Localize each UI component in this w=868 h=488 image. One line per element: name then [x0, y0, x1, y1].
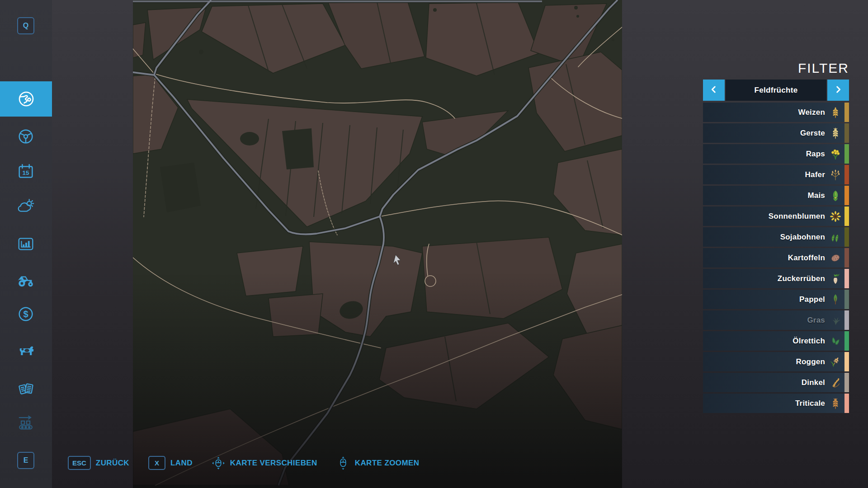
cow-icon: [16, 342, 36, 361]
filter-row-pappel[interactable]: Pappel: [703, 290, 849, 309]
action-land[interactable]: XLAND: [148, 456, 193, 470]
filter-row-triticale[interactable]: Triticale: [703, 394, 849, 413]
sidebar-item-map[interactable]: [0, 81, 52, 117]
filter-row-dinkel[interactable]: Dinkel: [703, 373, 849, 392]
filter-row-body: Raps: [703, 144, 844, 164]
sidebar-item-finances[interactable]: $: [12, 300, 39, 328]
filter-row-gras[interactable]: Gras: [703, 310, 849, 330]
sidebar-item-production[interactable]: [12, 410, 39, 437]
filter-row-mais[interactable]: Mais: [703, 186, 849, 205]
sidebar-item-weather[interactable]: [12, 193, 39, 221]
action-label: ZURÜCK: [96, 459, 129, 468]
sugar-beet-icon: [829, 272, 842, 285]
esc-key-hint: ESC: [68, 456, 91, 470]
soybean-icon: [829, 231, 842, 244]
sidebar: Q 15$ E: [0, 0, 52, 488]
poplar-icon: [829, 293, 842, 306]
crop-label: Roggen: [796, 357, 825, 366]
crop-color-strip: [844, 123, 849, 143]
crop-label: Hafer: [805, 170, 825, 179]
filter-row-zuckerrueben[interactable]: Zuckerrüben: [703, 269, 849, 288]
crop-color-strip: [844, 186, 849, 205]
mouse-pan-icon: [212, 456, 225, 470]
dollar-icon: $: [16, 305, 35, 324]
wheat-icon: [829, 106, 842, 119]
filter-row-body: Zuckerrüben: [703, 269, 844, 288]
x-key-hint: X: [148, 456, 165, 470]
filter-row-kartoffeln[interactable]: Kartoffeln: [703, 248, 849, 267]
filter-prev-button[interactable]: [703, 80, 725, 101]
crop-color-strip: [844, 290, 849, 309]
crop-label: Weizen: [798, 108, 825, 117]
filter-row-weizen[interactable]: Weizen: [703, 103, 849, 122]
crop-color-strip: [844, 352, 849, 371]
sidebar-item-garage[interactable]: [12, 267, 39, 294]
crop-label: Raps: [806, 150, 825, 159]
filter-row-body: Weizen: [703, 103, 844, 122]
rye-icon: [829, 356, 842, 368]
crop-color-strip: [844, 165, 849, 184]
filter-row-body: Mais: [703, 186, 844, 205]
globe-icon: [16, 89, 36, 109]
filter-category-label: Feldfrüchte: [755, 86, 798, 95]
bottom-action-bar: ESCZURÜCKXLANDKARTE VERSCHIEBENKARTE ZOO…: [68, 456, 419, 470]
action-label: LAND: [170, 459, 193, 468]
oilseed-radish-icon: [829, 335, 842, 347]
filter-category-selector: Feldfrüchte: [703, 80, 849, 101]
oat-icon: [829, 169, 842, 181]
chevron-left-icon: [709, 84, 719, 96]
filter-row-body: Dinkel: [703, 373, 844, 392]
filter-row-body: Roggen: [703, 352, 844, 371]
grass-icon: [829, 314, 842, 327]
crop-color-strip: [844, 310, 849, 330]
spelt-icon: [829, 376, 842, 389]
sidebar-item-calendar[interactable]: 15: [12, 158, 39, 185]
crop-label: Mais: [807, 191, 825, 200]
action-label: KARTE VERSCHIEBEN: [230, 459, 317, 468]
crop-color-strip: [844, 248, 849, 267]
filter-row-body: Gerste: [703, 123, 844, 143]
sidebar-item-contracts[interactable]: [12, 376, 39, 403]
world-map[interactable]: [133, 0, 622, 488]
filter-row-raps[interactable]: Raps: [703, 144, 849, 164]
crop-color-strip: [844, 331, 849, 351]
filter-row-hafer[interactable]: Hafer: [703, 165, 849, 184]
filter-row-sonnenblumen[interactable]: Sonnenblumen: [703, 206, 849, 226]
svg-text:$: $: [23, 309, 28, 319]
filter-row-body: Pappel: [703, 290, 844, 309]
filter-row-oelrettich[interactable]: Ölrettich: [703, 331, 849, 351]
filter-row-sojabohnen[interactable]: Sojabohnen: [703, 227, 849, 247]
steering-wheel-icon: [16, 127, 35, 146]
filter-row-body: Gras: [703, 310, 844, 330]
sidebar-item-vehicles[interactable]: [12, 123, 39, 150]
crop-label: Sojabohnen: [780, 233, 825, 242]
sidebar-item-animals[interactable]: [12, 338, 39, 365]
crop-label: Gras: [807, 316, 825, 325]
filter-category-bar: Feldfrüchte: [726, 80, 826, 101]
filter-row-gerste[interactable]: Gerste: [703, 123, 849, 143]
action-zurueck[interactable]: ESCZURÜCK: [68, 456, 129, 470]
map-vignette: [133, 271, 622, 488]
filter-next-button[interactable]: [827, 80, 849, 101]
crop-label: Dinkel: [802, 378, 825, 387]
crop-color-strip: [844, 269, 849, 288]
crop-color-strip: [844, 394, 849, 413]
barley-icon: [829, 127, 842, 140]
bar-chart-icon: [16, 235, 35, 253]
crop-label: Zuckerrüben: [778, 274, 825, 283]
filter-row-roggen[interactable]: Roggen: [703, 352, 849, 371]
triticale-icon: [829, 397, 842, 410]
mouse-zoom-icon: [336, 456, 350, 470]
crop-color-strip: [844, 373, 849, 392]
filter-row-body: Sonnenblumen: [703, 206, 844, 226]
crop-label: Kartoffeln: [788, 253, 825, 263]
action-karte-verschieben: KARTE VERSCHIEBEN: [212, 456, 317, 470]
weather-icon: [16, 197, 35, 216]
chevron-right-icon: [833, 84, 843, 96]
sidebar-item-statistics[interactable]: [12, 230, 39, 258]
action-label: KARTE ZOOMEN: [355, 459, 420, 468]
crop-color-strip: [844, 206, 849, 226]
q-key-hint: Q: [17, 17, 34, 34]
filter-row-body: Sojabohnen: [703, 227, 844, 247]
crop-label: Sonnenblumen: [769, 212, 825, 221]
